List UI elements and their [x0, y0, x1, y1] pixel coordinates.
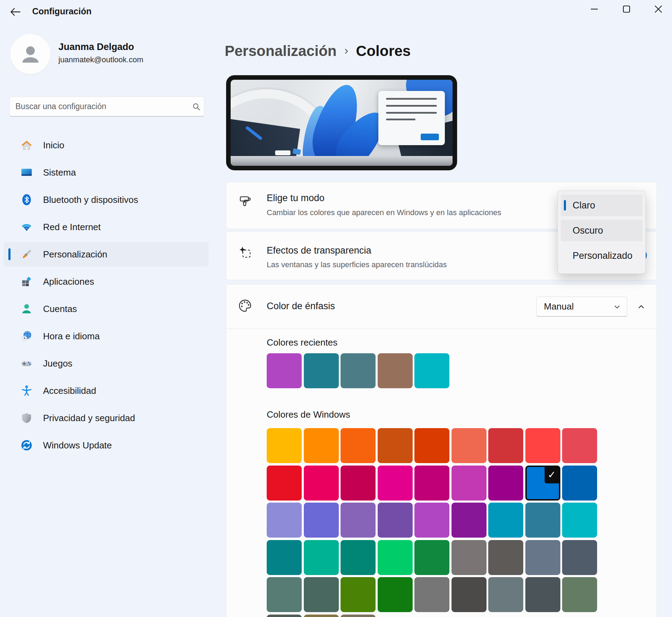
sidebar-item-label: Cuentas: [43, 304, 77, 314]
color-swatch[interactable]: [414, 466, 449, 501]
color-swatch[interactable]: [304, 466, 339, 501]
color-swatch[interactable]: [378, 540, 413, 575]
sidebar-item-accesibilidad[interactable]: Accesibilidad: [4, 378, 209, 403]
mode-option-oscuro[interactable]: Oscuro: [561, 220, 643, 241]
search-input[interactable]: [10, 102, 189, 111]
sidebar-item-label: Accesibilidad: [43, 385, 96, 396]
color-swatch[interactable]: [267, 503, 302, 538]
color-swatch[interactable]: [488, 503, 523, 538]
window-title: Configuración: [32, 6, 91, 16]
color-swatch[interactable]: [267, 353, 302, 388]
color-swatch[interactable]: [451, 540, 486, 575]
sidebar-item-juegos[interactable]: Juegos: [4, 351, 209, 376]
color-swatch[interactable]: [451, 428, 486, 463]
minimize-button[interactable]: [584, 0, 605, 18]
color-swatch[interactable]: [562, 428, 597, 463]
mode-option-label: Oscuro: [573, 225, 603, 236]
color-swatch[interactable]: [267, 540, 302, 575]
color-swatch[interactable]: [562, 540, 597, 575]
color-swatch[interactable]: [304, 503, 339, 538]
color-swatch[interactable]: [414, 503, 449, 538]
paint-roller-icon: [237, 193, 253, 210]
windows-colors-heading: Colores de Windows: [267, 409, 350, 420]
color-swatch[interactable]: [488, 577, 523, 612]
back-arrow-icon: [9, 6, 21, 18]
person-icon: [18, 42, 43, 67]
color-swatch[interactable]: [341, 577, 376, 612]
sidebar-item-label: Inicio: [43, 140, 64, 151]
color-swatch[interactable]: [525, 428, 560, 463]
sidebar-item-bluetooth-y-dispositivos[interactable]: Bluetooth y dispositivos: [4, 187, 209, 212]
accent-expander-button[interactable]: [634, 301, 648, 313]
sidebar-item-label: Aplicaciones: [43, 276, 94, 287]
color-swatch[interactable]: [267, 428, 302, 463]
color-swatch[interactable]: [378, 503, 413, 538]
color-swatch[interactable]: [304, 615, 339, 617]
color-swatch[interactable]: [488, 428, 523, 463]
color-swatch[interactable]: [451, 466, 486, 501]
color-swatch[interactable]: [414, 540, 449, 575]
accent-mode-dropdown[interactable]: Manual: [536, 297, 627, 317]
sidebar-item-hora-e-idioma[interactable]: Hora e idioma: [4, 324, 209, 348]
color-swatch[interactable]: [267, 577, 302, 612]
color-swatch[interactable]: [341, 540, 376, 575]
color-swatch[interactable]: [304, 353, 339, 388]
color-swatch[interactable]: [304, 428, 339, 463]
sidebar-item-label: Juegos: [43, 358, 72, 369]
color-swatch[interactable]: [378, 466, 413, 501]
profile-name: Juanma Delgado: [58, 42, 134, 52]
color-swatch[interactable]: [562, 503, 597, 538]
sidebar-item-label: Red e Internet: [43, 222, 101, 233]
color-swatch[interactable]: [341, 503, 376, 538]
transparency-title: Efectos de transparencia: [267, 245, 371, 256]
color-swatch[interactable]: [451, 577, 486, 612]
color-swatch[interactable]: [341, 353, 376, 388]
sidebar-item-personalizacion[interactable]: Personalización: [4, 242, 209, 267]
color-swatch[interactable]: [378, 577, 413, 612]
avatar[interactable]: [10, 34, 50, 74]
search-box[interactable]: [9, 97, 204, 116]
color-swatch[interactable]: [304, 577, 339, 612]
color-swatch[interactable]: [341, 428, 376, 463]
page-title: Colores: [356, 43, 411, 59]
sidebar: Juanma Delgado juanmatek@outlook.com Ini…: [0, 22, 214, 617]
color-swatch[interactable]: [378, 353, 413, 388]
color-swatch[interactable]: [525, 577, 560, 612]
privacy-icon: [20, 411, 34, 425]
recent-colors-heading: Colores recientes: [267, 337, 337, 348]
color-swatch[interactable]: [267, 615, 302, 617]
color-swatch[interactable]: [341, 466, 376, 501]
sidebar-item-label: Hora e idioma: [43, 331, 100, 342]
choose-mode-subtitle: Cambiar los colores que aparecen en Wind…: [267, 208, 501, 217]
color-swatch[interactable]: [414, 577, 449, 612]
mode-option-personalizado[interactable]: Personalizado: [561, 245, 643, 267]
sidebar-item-inicio[interactable]: Inicio: [4, 133, 209, 157]
sidebar-item-aplicaciones[interactable]: Aplicaciones: [4, 269, 209, 294]
sidebar-item-sistema[interactable]: Sistema: [4, 160, 209, 185]
maximize-button[interactable]: [616, 0, 637, 18]
color-swatch[interactable]: [525, 540, 560, 575]
bluetooth-icon: [20, 193, 34, 207]
color-swatch[interactable]: [267, 466, 302, 501]
color-swatch[interactable]: [378, 428, 413, 463]
color-swatch-selected[interactable]: ✓: [525, 466, 560, 501]
sidebar-item-privacidad-y-seguridad[interactable]: Privacidad y seguridad: [4, 406, 209, 430]
back-button[interactable]: [8, 6, 23, 18]
sidebar-item-cuentas[interactable]: Cuentas: [4, 297, 209, 321]
mode-option-claro[interactable]: Claro: [561, 194, 643, 216]
color-swatch[interactable]: [488, 466, 523, 501]
color-swatch[interactable]: [451, 503, 486, 538]
system-icon: [20, 165, 34, 179]
color-swatch[interactable]: [562, 577, 597, 612]
close-button[interactable]: [648, 0, 669, 18]
sidebar-item-windows-update[interactable]: Windows Update: [4, 433, 209, 458]
color-swatch[interactable]: [414, 353, 449, 388]
sidebar-item-red-e-internet[interactable]: Red e Internet: [4, 215, 209, 239]
breadcrumb-parent[interactable]: Personalización: [225, 43, 337, 59]
color-swatch[interactable]: [562, 466, 597, 501]
color-swatch[interactable]: [525, 503, 560, 538]
color-swatch[interactable]: [304, 540, 339, 575]
color-swatch[interactable]: [341, 615, 376, 617]
color-swatch[interactable]: [414, 428, 449, 463]
color-swatch[interactable]: [488, 540, 523, 575]
